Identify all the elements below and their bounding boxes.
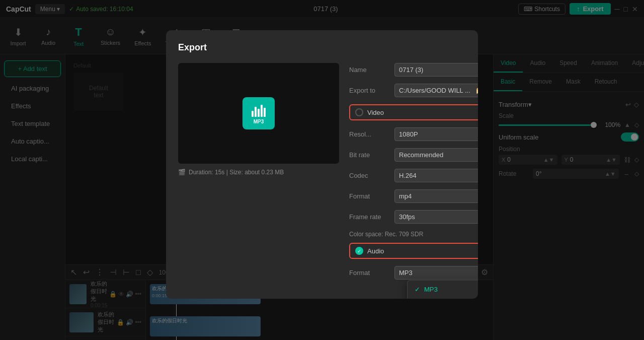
name-row: Name: [349, 63, 478, 77]
modal-overlay: Export MP3: [0, 0, 644, 340]
audio-format-select[interactable]: MP3 ▲ ✓ MP3 WAV: [394, 266, 478, 280]
dropdown-item-mp3[interactable]: ✓ MP3: [408, 281, 478, 298]
name-input[interactable]: [394, 63, 478, 77]
duration-info: 🎬 Duration: 15s | Size: about 0.23 MB: [178, 169, 339, 176]
audio-format-label: Format: [349, 269, 394, 277]
format-row: Format mp4 ▾: [349, 189, 478, 203]
check-icon: ✓: [357, 248, 361, 254]
audio-format-value: MP3: [399, 269, 413, 277]
audio-section-label: Audio: [367, 247, 384, 255]
framerate-row: Frame rate 30fps ▾: [349, 210, 478, 224]
modal-body: MP3 🎬 Duration: 15s | Size: about 0.23 M…: [178, 63, 466, 287]
modal-preview-section: MP3 🎬 Duration: 15s | Size: about 0.23 M…: [178, 63, 339, 287]
resolution-label: Resol...: [349, 130, 394, 138]
export-to-label: Export to: [349, 87, 394, 94]
codec-label: Codec: [349, 172, 394, 179]
export-modal: Export MP3: [166, 30, 478, 299]
modal-settings-section: Name Export to C:/Users/GOOD WILL ... 📁 …: [349, 63, 478, 287]
export-path-value: C:/Users/GOOD WILL ...: [399, 87, 470, 94]
codec-row: Codec H.264 ▾: [349, 169, 478, 182]
selected-check-icon: ✓: [415, 286, 420, 293]
mp3-preview-icon: MP3: [243, 97, 275, 129]
framerate-select[interactable]: 30fps ▾: [394, 210, 478, 224]
export-to-row: Export to C:/Users/GOOD WILL ... 📁: [349, 84, 478, 97]
bitrate-row: Bit rate Recommended ▾: [349, 148, 478, 162]
audio-format-row: Format MP3 ▲ ✓ MP3 WAV: [349, 266, 478, 280]
preview-box: MP3: [178, 63, 339, 164]
modal-title: Export: [178, 42, 466, 53]
audio-format-chevron: ▲: [477, 269, 478, 277]
video-section-toggle[interactable]: Video ▾: [349, 104, 478, 120]
audio-format-dropdown: ✓ MP3 WAV AAC: [407, 280, 478, 299]
codec-select[interactable]: H.264 ▾: [394, 169, 478, 182]
resolution-select[interactable]: 1080P ▾: [394, 127, 478, 141]
format-select[interactable]: mp4 ▾: [394, 189, 478, 203]
filmstrip-icon: 🎬: [178, 169, 186, 176]
color-space-text: Color space: Rec. 709 SDR: [349, 231, 478, 238]
audio-section-toggle[interactable]: ✓ Audio ▾: [349, 243, 478, 259]
resolution-row: Resol... 1080P ▾: [349, 127, 478, 141]
folder-icon[interactable]: 📁: [475, 87, 478, 94]
framerate-label: Frame rate: [349, 213, 394, 221]
dropdown-item-wav[interactable]: WAV: [408, 298, 478, 299]
bitrate-label: Bit rate: [349, 151, 394, 159]
format-label: Format: [349, 192, 394, 200]
export-path-input[interactable]: C:/Users/GOOD WILL ... 📁: [394, 84, 478, 97]
audio-checkbox[interactable]: ✓: [355, 247, 363, 255]
video-section-label: Video: [367, 109, 384, 116]
name-label: Name: [349, 66, 394, 74]
audio-bars: [252, 103, 266, 117]
video-checkbox[interactable]: [355, 108, 363, 116]
bitrate-select[interactable]: Recommended ▾: [394, 148, 478, 162]
